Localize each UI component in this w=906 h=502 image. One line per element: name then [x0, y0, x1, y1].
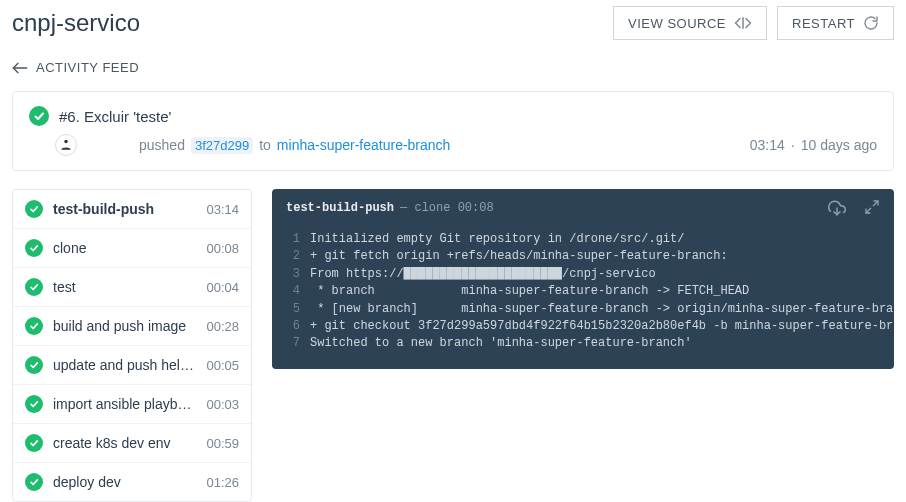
log-line: 1Initialized empty Git repository in /dr… [282, 231, 884, 248]
svg-line-4 [866, 208, 871, 213]
page-title: cnpj-servico [12, 9, 140, 37]
steps-panel: test-build-push 03:14 clone00:08test00:0… [12, 189, 252, 502]
svg-line-3 [873, 201, 878, 206]
meta-separator: · [791, 137, 795, 153]
pipeline-time: 03:14 [206, 202, 239, 217]
success-icon [25, 239, 43, 257]
step-name: build and push image [53, 318, 196, 334]
log-line: 5 * [new branch] minha-super-feature-bra… [282, 301, 884, 318]
success-icon [25, 356, 43, 374]
download-icon[interactable] [828, 199, 846, 217]
success-icon [25, 395, 43, 413]
activity-feed-label: ACTIVITY FEED [36, 60, 139, 75]
step-item[interactable]: import ansible playbook00:03 [13, 385, 251, 424]
log-line: 4 * branch minha-super-feature-branch ->… [282, 283, 884, 300]
step-time: 00:04 [206, 280, 239, 295]
back-arrow-icon [12, 62, 28, 74]
success-icon [25, 278, 43, 296]
step-time: 00:28 [206, 319, 239, 334]
log-duration: 00:08 [458, 201, 494, 215]
build-card: #6. Excluir 'teste' pushed 3f27d299 to m… [12, 91, 894, 171]
commit-link[interactable]: 3f27d299 [191, 137, 253, 154]
restart-icon [863, 15, 879, 31]
activity-feed-link[interactable]: ACTIVITY FEED [12, 50, 894, 91]
step-item[interactable]: deploy dev01:26 [13, 463, 251, 501]
pushed-word: pushed [139, 137, 185, 153]
step-item[interactable]: create k8s dev env00:59 [13, 424, 251, 463]
log-title: test-build-push [286, 201, 394, 215]
step-name: create k8s dev env [53, 435, 196, 451]
pipeline-header[interactable]: test-build-push 03:14 [13, 190, 251, 229]
build-time: 03:14 [750, 137, 785, 153]
code-icon [734, 16, 752, 30]
step-item[interactable]: test00:04 [13, 268, 251, 307]
step-time: 01:26 [206, 475, 239, 490]
svg-point-2 [64, 140, 68, 144]
build-title: #6. Excluir 'teste' [59, 108, 171, 125]
success-icon [29, 106, 49, 126]
success-icon [25, 317, 43, 335]
log-body[interactable]: 1Initialized empty Git repository in /dr… [272, 227, 894, 369]
log-line: 2+ git fetch origin +refs/heads/minha-su… [282, 248, 884, 265]
log-line: 6+ git checkout 3f27d299a597dbd4f922f64b… [282, 318, 884, 335]
restart-button[interactable]: RESTART [777, 6, 894, 40]
header-buttons: VIEW SOURCE RESTART [613, 6, 894, 40]
step-time: 00:59 [206, 436, 239, 451]
log-step-name: clone [414, 201, 450, 215]
step-name: import ansible playbook [53, 396, 196, 412]
step-time: 00:03 [206, 397, 239, 412]
step-item[interactable]: build and push image00:28 [13, 307, 251, 346]
success-icon [25, 200, 43, 218]
avatar [55, 134, 77, 156]
log-line: 3From https://██████████████████████/cnp… [282, 266, 884, 283]
restart-label: RESTART [792, 16, 855, 31]
view-source-button[interactable]: VIEW SOURCE [613, 6, 767, 40]
step-name: test [53, 279, 196, 295]
branch-link[interactable]: minha-super-feature-branch [277, 137, 451, 153]
build-age: 10 days ago [801, 137, 877, 153]
log-separator: — [400, 201, 407, 215]
step-item[interactable]: clone00:08 [13, 229, 251, 268]
success-icon [25, 434, 43, 452]
to-word: to [259, 137, 271, 153]
step-item[interactable]: update and push helm c...00:05 [13, 346, 251, 385]
step-name: update and push helm c... [53, 357, 196, 373]
expand-icon[interactable] [864, 199, 880, 217]
step-time: 00:08 [206, 241, 239, 256]
pipeline-name: test-build-push [53, 201, 196, 217]
view-source-label: VIEW SOURCE [628, 16, 726, 31]
step-name: deploy dev [53, 474, 196, 490]
step-time: 00:05 [206, 358, 239, 373]
step-name: clone [53, 240, 196, 256]
log-panel: test-build-push — clone 00:08 1Initializ… [272, 189, 894, 369]
success-icon [25, 473, 43, 491]
log-line: 7Switched to a new branch 'minha-super-f… [282, 335, 884, 352]
